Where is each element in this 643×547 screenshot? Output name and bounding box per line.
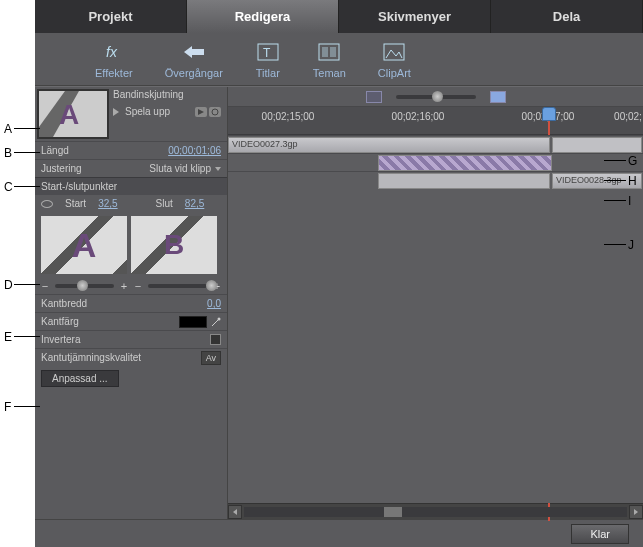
end-label: Slut bbox=[156, 198, 173, 209]
annotation-A: A bbox=[4, 122, 12, 136]
teman-icon bbox=[316, 41, 342, 63]
overgangar-icon bbox=[181, 41, 207, 63]
tool-clipart[interactable]: ClipArt bbox=[378, 41, 411, 79]
time-ruler[interactable]: 00;02;15;00 00;02;16;00 00;02;17;00 00;0… bbox=[228, 107, 643, 135]
annotation-C: C bbox=[4, 180, 13, 194]
start-thumb[interactable]: A bbox=[41, 216, 127, 274]
svg-rect-6 bbox=[330, 47, 336, 57]
annotation-E: E bbox=[4, 330, 12, 344]
end-value[interactable]: 82,5 bbox=[185, 198, 204, 209]
svg-rect-5 bbox=[322, 47, 328, 57]
clip-tail[interactable] bbox=[552, 137, 642, 153]
invert-label: Invertera bbox=[41, 334, 210, 345]
ruler-tick: 00;02; bbox=[614, 111, 642, 122]
border-width-label: Kantbredd bbox=[41, 298, 207, 309]
border-color-label: Kantfärg bbox=[41, 316, 179, 327]
tool-overgangar[interactable]: Övergångar bbox=[165, 41, 223, 79]
annotation-I: I bbox=[628, 194, 631, 208]
transition-name: Bandinskjutning bbox=[113, 89, 221, 100]
eyedropper-icon[interactable] bbox=[211, 317, 221, 327]
play-button[interactable] bbox=[195, 107, 207, 117]
play-indicator-icon bbox=[113, 108, 119, 116]
teman-label: Teman bbox=[313, 67, 346, 79]
transition-preview-thumb[interactable]: A bbox=[37, 89, 109, 139]
clipart-label: ClipArt bbox=[378, 67, 411, 79]
effekter-label: Effekter bbox=[95, 67, 133, 79]
playhead-cap-icon[interactable] bbox=[542, 107, 556, 121]
svg-rect-7 bbox=[384, 44, 404, 60]
titlar-label: Titlar bbox=[256, 67, 280, 79]
annotation-B: B bbox=[4, 146, 12, 160]
clipart-icon bbox=[381, 41, 407, 63]
svg-text:A: A bbox=[59, 99, 79, 130]
svg-marker-15 bbox=[233, 509, 237, 515]
svg-point-14 bbox=[218, 317, 221, 320]
visibility-icon[interactable] bbox=[41, 200, 53, 208]
ruler-tick: 00;02;15;00 bbox=[262, 111, 315, 122]
horizontal-scrollbar[interactable] bbox=[228, 503, 643, 519]
tab-dela[interactable]: Dela bbox=[491, 0, 643, 33]
start-label: Start bbox=[65, 198, 86, 209]
length-label: Längd bbox=[41, 145, 168, 156]
tab-redigera[interactable]: Redigera bbox=[187, 0, 339, 33]
tab-projekt[interactable]: Projekt bbox=[35, 0, 187, 33]
transition-panel: A Bandinskjutning Spela upp bbox=[35, 87, 228, 519]
invert-checkbox[interactable] bbox=[210, 334, 221, 345]
annotation-F: F bbox=[4, 400, 11, 414]
annotation-G: G bbox=[628, 154, 637, 168]
tool-titlar[interactable]: T Titlar bbox=[255, 41, 281, 79]
border-width-value[interactable]: 0,0 bbox=[207, 298, 221, 309]
anti-alias-label: Kantutjämningskvalitet bbox=[41, 352, 201, 363]
scroll-left-icon[interactable] bbox=[228, 505, 242, 519]
annotation-D: D bbox=[4, 278, 13, 292]
start-value[interactable]: 32,5 bbox=[98, 198, 117, 209]
scrollbar-thumb[interactable] bbox=[384, 507, 402, 517]
alignment-dropdown[interactable]: Sluta vid klipp bbox=[126, 163, 221, 174]
length-value[interactable]: 00;00;01;06 bbox=[168, 145, 221, 156]
loop-button[interactable] bbox=[209, 107, 221, 117]
clip-lead[interactable] bbox=[378, 173, 550, 189]
titlar-icon: T bbox=[255, 41, 281, 63]
tracks-area[interactable]: VIDEO0027.3gp VIDEO0028.3gp bbox=[228, 135, 643, 503]
clip-video-a[interactable]: VIDEO0027.3gp bbox=[228, 137, 550, 153]
view-timeline-icon[interactable] bbox=[490, 91, 506, 103]
view-storyboard-icon[interactable] bbox=[366, 91, 382, 103]
ruler-tick: 00;02;16;00 bbox=[392, 111, 445, 122]
svg-marker-11 bbox=[198, 109, 204, 115]
end-thumb[interactable]: B bbox=[131, 216, 217, 274]
transition-clip[interactable] bbox=[378, 155, 552, 171]
svg-point-12 bbox=[212, 109, 218, 115]
tool-effekter[interactable]: fx Effekter bbox=[95, 41, 133, 79]
edit-toolbar: fx Effekter Övergångar T Titlar Teman bbox=[35, 33, 643, 86]
zoom-slider[interactable] bbox=[396, 95, 476, 99]
custom-button[interactable]: Anpassad ... bbox=[41, 370, 119, 387]
main-tabs: Projekt Redigera Skivmenyer Dela bbox=[35, 0, 643, 33]
svg-marker-1 bbox=[184, 46, 204, 58]
start-slider[interactable] bbox=[55, 284, 114, 288]
anti-alias-value[interactable]: Av bbox=[201, 351, 221, 365]
svg-text:fx: fx bbox=[106, 44, 118, 60]
alignment-label: Justering bbox=[41, 163, 126, 174]
footer: Klar bbox=[35, 519, 643, 547]
annotation-J: J bbox=[628, 238, 634, 252]
play-label: Spela upp bbox=[125, 106, 170, 117]
scrollbar-track[interactable] bbox=[244, 507, 627, 517]
start-end-header: Start-/slutpunkter bbox=[35, 177, 227, 195]
tool-teman[interactable]: Teman bbox=[313, 41, 346, 79]
scroll-right-icon[interactable] bbox=[629, 505, 643, 519]
svg-marker-16 bbox=[634, 509, 638, 515]
start-plus-icon[interactable]: + bbox=[120, 280, 128, 292]
tab-skivmenyer[interactable]: Skivmenyer bbox=[339, 0, 491, 33]
overgangar-label: Övergångar bbox=[165, 67, 223, 79]
end-minus-icon[interactable]: − bbox=[134, 280, 142, 292]
end-slider[interactable] bbox=[148, 284, 207, 288]
effekter-icon: fx bbox=[101, 41, 127, 63]
annotation-H: H bbox=[628, 174, 637, 188]
border-color-swatch[interactable] bbox=[179, 316, 207, 328]
done-button[interactable]: Klar bbox=[571, 524, 629, 544]
start-minus-icon[interactable]: − bbox=[41, 280, 49, 292]
timeline-panel: 00;02;15;00 00;02;16;00 00;02;17;00 00;0… bbox=[228, 87, 643, 519]
svg-text:T: T bbox=[263, 46, 271, 60]
playhead[interactable] bbox=[542, 107, 556, 134]
